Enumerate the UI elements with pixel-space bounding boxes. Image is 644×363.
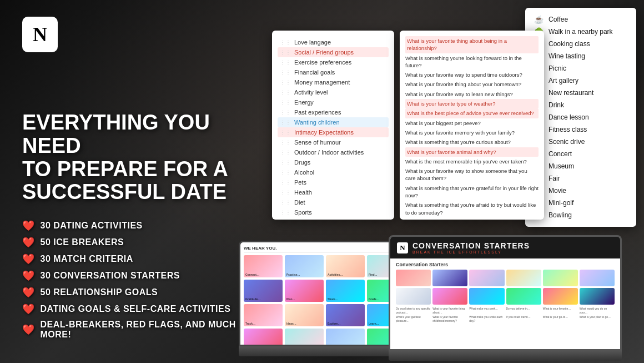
feature-item: ❤️DATING GOALS & SELF-CARE ACTIVITIES — [22, 303, 255, 315]
notion-row: ⋮⋮Financial goals — [278, 67, 389, 77]
conv-img-cell — [580, 270, 615, 286]
left-content: EVERYTHING YOU NEED TO PREPARE FOR A SUC… — [22, 111, 255, 340]
conv-header: N CONVERSATION STARTERS BREAK THE ICE EF… — [390, 237, 620, 258]
activity-label: Mini-golf — [549, 199, 573, 207]
question-item: What is something you're looking forward… — [405, 53, 539, 71]
question-item: What is the most memorable trip you've e… — [405, 157, 539, 166]
notion-row-text: Energy — [294, 99, 314, 106]
activity-label: New restaurant — [549, 89, 593, 97]
conv-title: CONVERSATION STARTERS — [412, 241, 530, 250]
activity-label: Museum — [549, 162, 574, 170]
blog-screen: WE HEAR YOU. Connect… Practice… Activiti… — [240, 242, 409, 345]
drag-handle: ⋮⋮ — [280, 180, 291, 186]
conv-text-row: What's your guiltiest pleasure… What is … — [396, 315, 615, 322]
conv-img-cell — [469, 288, 504, 305]
notion-row: ⋮⋮Outdoor / Indoor activities — [278, 147, 389, 157]
notion-row-text: Temperament — [294, 219, 331, 220]
activity-item: 🎡Fair — [534, 172, 627, 185]
activity-item: 🎬Movie — [534, 185, 627, 197]
laptop-right-base — [389, 351, 622, 361]
feature-text: 50 ICE BREAKERS — [41, 237, 124, 247]
feature-item: ❤️50 ICE BREAKERS — [22, 236, 255, 248]
notion-row-text: Love langage — [294, 39, 331, 46]
activity-label: Coffee — [549, 16, 568, 23]
feature-item: ❤️30 DATING ACTIVITIES — [22, 220, 255, 232]
heart-icon: ❤️ — [22, 220, 35, 232]
feature-item: ❤️30 CONVERSATION STARTERS — [22, 270, 255, 282]
activity-item: 🥤Drink — [534, 99, 627, 111]
feature-text: 30 MATCH CRITERIA — [41, 254, 133, 264]
conv-img-cell — [543, 270, 578, 286]
activity-label: Movie — [549, 187, 566, 195]
notion-row: ⋮⋮Sense of humour — [278, 137, 389, 147]
activity-label: Picnic — [549, 64, 566, 72]
blog-card: Practice… — [285, 255, 324, 277]
conv-img-cell — [469, 270, 504, 286]
notion-row: ⋮⋮Money management — [278, 77, 389, 87]
activity-item: 🍷Wine tasting — [534, 50, 627, 62]
conv-body: Conversation Starters — [390, 258, 620, 326]
drag-handle: ⋮⋮ — [280, 79, 291, 86]
activity-label: Art gallery — [549, 77, 578, 84]
conv-screen: N CONVERSATION STARTERS BREAK THE ICE EF… — [390, 237, 620, 349]
activity-label: Dance lesson — [549, 113, 589, 121]
question-item: What is something that you're afraid to … — [405, 200, 539, 217]
feature-item: ❤️30 MATCH CRITERIA — [22, 253, 255, 265]
blog-card: Ideas… — [285, 304, 324, 326]
heart-icon: ❤️ — [22, 303, 35, 315]
feature-item: ❤️50 RELATIONSHIP GOALS — [22, 286, 255, 299]
activity-item: ☕Coffee — [534, 13, 627, 26]
activity-item: ⛳Mini-golf — [534, 197, 627, 209]
notion-row: ⋮⋮Exercise preferences — [278, 57, 389, 67]
questions-panel: What is your favorite thing about being … — [400, 31, 544, 220]
conv-img-cell — [396, 288, 431, 305]
notion-row-text: Past experiences — [294, 109, 341, 116]
notion-row: ⋮⋮Sports — [278, 207, 389, 217]
notion-row-text: Outdoor / Indoor activities — [294, 149, 364, 156]
conv-img-cell — [432, 288, 467, 305]
feature-text: 30 CONVERSATION STARTERS — [41, 271, 180, 281]
drag-handle: ⋮⋮ — [280, 200, 291, 206]
notion-row-text: Wanting children — [294, 119, 340, 126]
conv-img-grid — [396, 270, 615, 305]
drag-handle: ⋮⋮ — [280, 210, 291, 216]
notion-row: ⋮⋮Love langage — [278, 37, 389, 47]
question-item: What is your favorite way to spend time … — [405, 70, 539, 79]
activity-label: Concert — [549, 150, 572, 158]
blog-card: Grow… — [285, 329, 324, 346]
activity-label: Wine tasting — [549, 52, 585, 60]
drag-handle: ⋮⋮ — [280, 150, 291, 156]
conv-img-cell — [396, 270, 431, 286]
laptop-right-screen: N CONVERSATION STARTERS BREAK THE ICE EF… — [389, 235, 622, 351]
feature-item: ❤️DEAL-BREAKERS, RED FLAGS, AND MUCH MOR… — [22, 320, 255, 340]
question-item: What is something that you're curious ab… — [405, 137, 539, 147]
notion-row: ⋮⋮Wanting children — [278, 117, 389, 127]
notion-row-text: Exercise preferences — [294, 59, 351, 66]
notion-row: ⋮⋮Pets — [278, 177, 389, 187]
notion-row: ⋮⋮Diet — [278, 197, 389, 207]
notion-page-panel: ⋮⋮Love langage⋮⋮Social / Friend groups⋮⋮… — [272, 31, 394, 220]
drag-handle: ⋮⋮ — [280, 130, 291, 136]
question-item: What is your favorite type of weather? — [405, 99, 539, 108]
conv-img-cell — [506, 288, 541, 305]
laptop-right: N CONVERSATION STARTERS BREAK THE ICE EF… — [389, 235, 622, 363]
activity-item: 🎳Bowling — [534, 209, 627, 221]
activity-label: Walk in a nearby park — [549, 28, 613, 36]
heart-icon: ❤️ — [22, 286, 35, 299]
conv-img-cell — [432, 270, 467, 286]
conv-header-text: CONVERSATION STARTERS BREAK THE ICE EFFO… — [412, 241, 530, 254]
drag-handle: ⋮⋮ — [280, 220, 291, 220]
heart-icon: ❤️ — [22, 270, 35, 282]
drag-handle: ⋮⋮ — [280, 69, 291, 76]
heart-icon: ❤️ — [22, 324, 35, 336]
notion-row: ⋮⋮Social / Friend groups — [278, 47, 389, 57]
drag-handle: ⋮⋮ — [280, 120, 291, 126]
conv-img-cell — [580, 288, 615, 305]
main-headline: EVERYTHING YOU NEED TO PREPARE FOR A SUC… — [22, 111, 255, 204]
notion-row-text: Activity level — [294, 89, 328, 96]
activity-item: 🚗Scenic drive — [534, 136, 627, 148]
activity-item: 🍽️New restaurant — [534, 87, 627, 99]
notion-row-text: Sense of humour — [294, 139, 341, 146]
notion-row-text: Social / Friend groups — [294, 49, 354, 56]
question-item: What is your favorite way to show someon… — [405, 166, 539, 183]
